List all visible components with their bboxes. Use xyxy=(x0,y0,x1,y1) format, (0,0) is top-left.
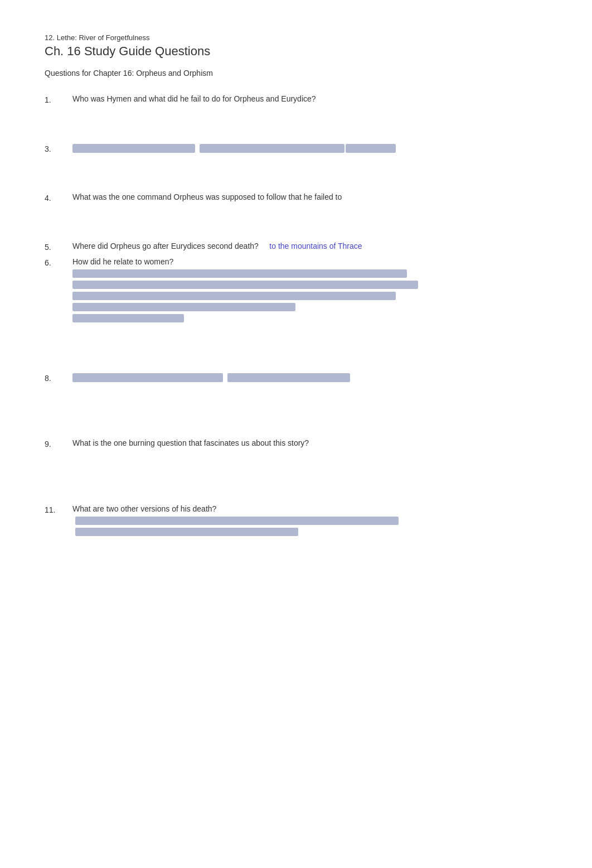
question-blurred-8a xyxy=(72,373,223,382)
question-number-5: 5. xyxy=(45,242,72,252)
answer-block-6 xyxy=(72,269,547,322)
question-blurred-3b xyxy=(200,144,344,153)
answer-blurred-11a xyxy=(75,517,399,525)
question-text-5: Where did Orpheus go after Eurydices sec… xyxy=(72,242,547,250)
question-item-11: 11. What are two other versions of his d… xyxy=(45,504,547,514)
question-item-1: 1. Who was Hymen and what did he fail to… xyxy=(45,94,547,104)
answer-blurred-6e xyxy=(72,314,184,322)
subtitle: 12. Lethe: River of Forgetfulness xyxy=(45,33,547,42)
chapter-intro: Questions for Chapter 16: Orpheus and Or… xyxy=(45,69,547,78)
answer-thrace: Thrace xyxy=(338,242,362,250)
question-blurred-3c xyxy=(346,144,396,153)
question-number-6: 6. xyxy=(45,257,72,267)
answer-blurred-11b xyxy=(75,528,298,536)
question-number-3: 3. xyxy=(45,143,72,153)
question-number-11: 11. xyxy=(45,504,72,514)
question-text-6: How did he relate to women? xyxy=(72,257,547,266)
question-item-6: 6. How did he relate to women? xyxy=(45,257,547,267)
question-text-11: What are two other versions of his death… xyxy=(72,504,547,513)
question-text-9: What is the one burning question that fa… xyxy=(72,438,547,447)
answer-blurred-6b xyxy=(72,281,418,289)
answer-mountains: to the mountains of xyxy=(269,242,336,250)
question-item-9: 9. What is the one burning question that… xyxy=(45,438,547,449)
question-blurred-8b xyxy=(227,373,350,382)
question-number-4: 4. xyxy=(45,192,72,202)
answer-block-11 xyxy=(75,517,547,536)
question-number-8: 8. xyxy=(45,373,72,383)
question-text-4: What was the one command Orpheus was sup… xyxy=(72,192,547,201)
question-item-5: 5. Where did Orpheus go after Eurydices … xyxy=(45,242,547,252)
main-title: Ch. 16 Study Guide Questions xyxy=(45,44,547,59)
answer-blurred-6d xyxy=(72,303,295,311)
question-number-1: 1. xyxy=(45,94,72,104)
answer-blurred-6a xyxy=(72,269,407,278)
answer-blurred-6c xyxy=(72,292,396,300)
question-item-8: 8. xyxy=(45,373,547,383)
question-blurred-3a xyxy=(72,144,195,153)
question-item-3: 3. xyxy=(45,143,547,153)
question-item-4: 4. What was the one command Orpheus was … xyxy=(45,192,547,202)
question-number-9: 9. xyxy=(45,438,72,449)
question-text-1: Who was Hymen and what did he fail to do… xyxy=(72,94,547,103)
